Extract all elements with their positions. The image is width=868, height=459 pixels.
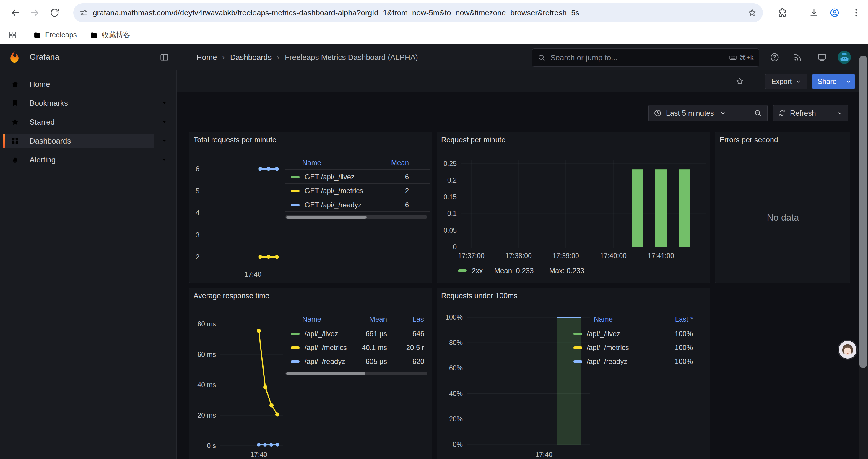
share-label[interactable]: Share xyxy=(812,74,842,89)
series-pill xyxy=(574,333,582,335)
forward-icon[interactable] xyxy=(30,7,40,18)
legend-value: 661 µs xyxy=(366,330,387,338)
breadcrumb-separator: › xyxy=(277,53,279,62)
side-panel-icon[interactable] xyxy=(8,30,17,39)
time-range-picker[interactable]: Last 5 minutes xyxy=(649,105,768,121)
legend-value: 620 xyxy=(412,357,424,366)
legend-series-name[interactable]: /api/_/livez xyxy=(587,330,620,338)
bookmark-label: 收藏博客 xyxy=(102,30,130,40)
chevron-down-icon[interactable] xyxy=(161,138,167,144)
search-icon xyxy=(537,54,546,62)
legend-series-name[interactable]: 2xx xyxy=(472,267,483,275)
legend-header[interactable]: Las xyxy=(412,315,424,323)
sidebar-item-dashboards[interactable]: Dashboards xyxy=(0,131,177,150)
legend-value: 100% xyxy=(675,357,693,366)
search-box[interactable]: ⌘+k xyxy=(532,48,759,67)
sidebar-item-highlight xyxy=(3,133,154,148)
search-input[interactable] xyxy=(550,53,725,63)
legend-series-name[interactable]: /api/_/metrics xyxy=(305,343,347,352)
refresh-interval-caret[interactable] xyxy=(831,105,848,121)
site-settings-icon[interactable] xyxy=(79,8,88,17)
bookmarks-list: Freeleaps收藏博客 xyxy=(33,25,130,44)
toolbar-divider xyxy=(752,77,752,85)
legend-series-name[interactable]: GET /api/_/livez xyxy=(305,173,354,181)
user-avatar[interactable] xyxy=(838,51,851,64)
sidebar-item-home[interactable]: Home xyxy=(0,75,177,94)
legend-scrollbar[interactable] xyxy=(285,371,427,375)
refresh-label: Refresh xyxy=(790,109,816,118)
breadcrumb-item[interactable]: Dashboards xyxy=(230,53,272,62)
legend-header[interactable]: Name xyxy=(302,315,321,323)
page-scrollbar[interactable] xyxy=(859,44,868,459)
svg-text:17:39:00: 17:39:00 xyxy=(553,252,579,260)
downloads-icon[interactable] xyxy=(809,7,819,18)
sidebar-item-highlight xyxy=(3,153,154,167)
display-icon[interactable] xyxy=(817,52,827,62)
legend-series-name[interactable]: /api/_/readyz xyxy=(305,357,345,366)
chevron-down-icon[interactable] xyxy=(161,157,167,163)
bell-icon xyxy=(11,155,20,164)
extensions-icon[interactable] xyxy=(777,7,788,18)
zoom-out-button[interactable] xyxy=(748,105,767,121)
legend-mean: Mean: 0.233 xyxy=(494,267,533,275)
back-icon[interactable] xyxy=(10,7,21,18)
news-icon[interactable] xyxy=(793,52,803,62)
legend-scrollbar-thumb[interactable] xyxy=(286,372,365,375)
legend-scrollbar-thumb[interactable] xyxy=(286,216,367,219)
chevron-down-icon[interactable] xyxy=(161,100,167,106)
time-range-label: Last 5 minutes xyxy=(666,109,714,118)
reload-icon[interactable] xyxy=(49,7,60,18)
legend-scrollbar[interactable] xyxy=(285,215,427,219)
export-button[interactable]: Export xyxy=(765,74,807,89)
bookmark-label: Freeleaps xyxy=(45,31,77,39)
bookmark-item[interactable]: Freeleaps xyxy=(33,31,77,39)
url-text[interactable]: grafana.mathmast.com/d/deytv4rwavabkb/fr… xyxy=(93,8,747,18)
sidebar-item-bookmarks[interactable]: Bookmarks xyxy=(0,94,177,112)
home-icon xyxy=(11,80,20,89)
legend-header[interactable]: Name xyxy=(594,315,613,323)
collapse-menu-icon[interactable] xyxy=(159,53,169,62)
url-bar[interactable]: grafana.mathmast.com/d/deytv4rwavabkb/fr… xyxy=(73,3,763,22)
profile-icon[interactable] xyxy=(829,7,840,18)
svg-text:17:41:00: 17:41:00 xyxy=(648,252,674,260)
panel-title[interactable]: Errors per second xyxy=(719,136,778,144)
bookmark-star-icon[interactable] xyxy=(747,8,757,18)
grafana-logo[interactable] xyxy=(8,50,21,64)
legend-series-name[interactable]: GET /api/_/readyz xyxy=(305,201,362,209)
breadcrumb-item[interactable]: Freeleaps Metrics Dashboard (ALPHA) xyxy=(285,53,418,62)
legend-series-name[interactable]: /api/_/metrics xyxy=(587,343,629,352)
favorite-dashboard-icon[interactable] xyxy=(735,77,744,86)
breadcrumb-item[interactable]: Home xyxy=(196,53,217,62)
sidebar-item-alerting[interactable]: Alerting xyxy=(0,150,177,169)
browser-menu-icon[interactable] xyxy=(851,7,862,18)
legend-table: NameMeanLas/api/_/livez661 µs646/api/_/m… xyxy=(189,288,432,459)
breadcrumb: Home›Dashboards›Freeleaps Metrics Dashbo… xyxy=(196,44,418,70)
legend-divider xyxy=(285,198,430,198)
panel-total-requests: Total requests per minute 6543217:40 Nam… xyxy=(189,132,432,283)
sidebar-item-starred[interactable]: Starred xyxy=(0,112,177,131)
bookmark-item[interactable]: 收藏博客 xyxy=(90,30,130,40)
refresh-button[interactable]: Refresh xyxy=(773,105,848,121)
panel-title[interactable]: Request per minute xyxy=(441,136,505,144)
legend-header[interactable]: Mean xyxy=(369,315,387,323)
series-pill xyxy=(291,360,300,363)
share-caret-button[interactable] xyxy=(842,74,855,89)
share-button[interactable]: Share xyxy=(812,74,855,89)
star-icon xyxy=(11,118,20,126)
legend-header[interactable]: Name xyxy=(302,159,321,167)
svg-text:17:38:00: 17:38:00 xyxy=(505,252,532,260)
breadcrumb-separator: › xyxy=(222,53,225,62)
legend-value: 40.1 ms xyxy=(362,343,387,352)
chevron-down-icon[interactable] xyxy=(161,119,167,125)
legend-series-name[interactable]: /api/_/readyz xyxy=(587,357,627,366)
help-icon[interactable] xyxy=(770,52,780,62)
scrollbar-thumb[interactable] xyxy=(860,56,867,368)
legend-header[interactable]: Mean xyxy=(391,159,409,167)
legend-series-name[interactable]: GET /api/_/metrics xyxy=(305,187,363,195)
sidebar-item-label: Starred xyxy=(30,112,55,131)
grafana-header: Grafana Home›Dashboards›Freeleaps Metric… xyxy=(0,44,868,70)
assistant-avatar[interactable] xyxy=(838,340,857,359)
legend-series-name[interactable]: /api/_/livez xyxy=(305,330,338,338)
legend-header[interactable]: Last * xyxy=(675,315,693,323)
sidebar: HomeBookmarksStarredDashboardsAlerting xyxy=(0,70,177,459)
